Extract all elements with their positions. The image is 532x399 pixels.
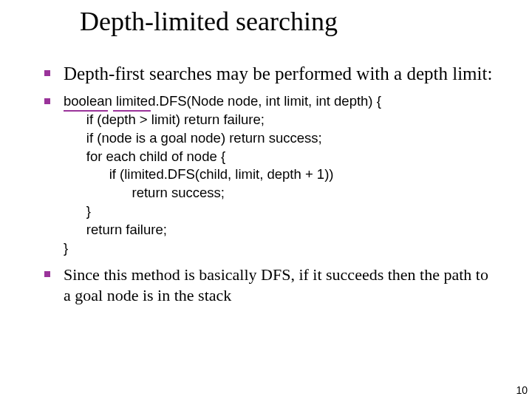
slide-title: Depth-limited searching <box>80 6 338 37</box>
page-number: 10 <box>516 384 528 396</box>
tail-text: Since this method is basically DFS, if i… <box>64 265 495 305</box>
square-bullet-icon <box>44 70 50 76</box>
bullet-lead: Depth-first searches may be performed wi… <box>44 62 495 85</box>
code-block: boolean limited.DFS(Node node, int limit… <box>64 92 381 257</box>
square-bullet-icon <box>44 98 50 104</box>
slide-body: Depth-first searches may be performed wi… <box>44 62 495 313</box>
bullet-tail: Since this method is basically DFS, if i… <box>44 265 495 305</box>
lead-text: Depth-first searches may be performed wi… <box>64 62 492 85</box>
square-bullet-icon <box>44 271 50 277</box>
bullet-code: boolean limited.DFS(Node node, int limit… <box>44 92 495 257</box>
